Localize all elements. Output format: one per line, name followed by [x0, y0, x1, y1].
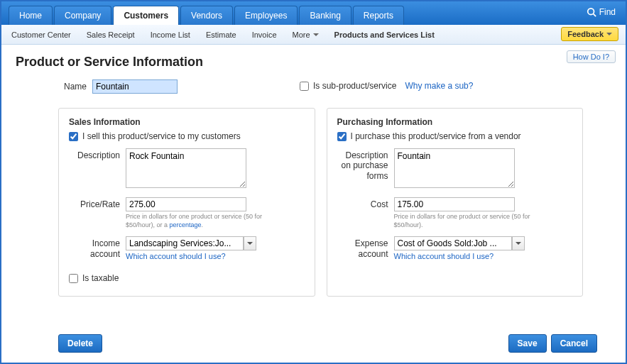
- subnav-invoice[interactable]: Invoice: [252, 28, 277, 42]
- why-make-sub-link[interactable]: Why make a sub?: [405, 81, 473, 91]
- top-nav: Home Company Customers Vendors Employees…: [1, 1, 626, 25]
- purchase-checkbox-label: I purchase this product/service from a v…: [351, 131, 521, 141]
- sales-panel: Sales Information I sell this product/se…: [58, 108, 315, 297]
- taxable-label: Is taxable: [82, 273, 119, 283]
- cost-label: Cost: [337, 197, 388, 229]
- expense-account-help-link[interactable]: Which account should I use?: [394, 252, 573, 260]
- income-account-help-link[interactable]: Which account should I use?: [126, 252, 305, 260]
- tab-reports[interactable]: Reports: [353, 6, 404, 25]
- sub-product-label: Is sub-product/service: [313, 81, 396, 91]
- sales-description-label: Description: [69, 148, 120, 190]
- name-label: Name: [58, 82, 87, 92]
- delete-button[interactable]: Delete: [58, 334, 102, 353]
- tab-home[interactable]: Home: [9, 6, 53, 25]
- sub-nav: Customer Center Sales Receipt Income Lis…: [1, 25, 626, 45]
- tab-company[interactable]: Company: [54, 6, 111, 25]
- find-label: Find: [599, 7, 616, 17]
- income-account-label: Income account: [69, 236, 120, 260]
- cancel-button[interactable]: Cancel: [551, 334, 597, 353]
- taxable-checkbox[interactable]: [69, 274, 78, 283]
- sell-checkbox[interactable]: [69, 132, 78, 141]
- purchase-description-label: Description on purchase forms: [337, 148, 388, 190]
- search-icon: [587, 7, 596, 17]
- tab-employees[interactable]: Employees: [234, 6, 298, 25]
- subnav-sales-receipt[interactable]: Sales Receipt: [87, 28, 135, 42]
- price-input[interactable]: [126, 197, 246, 211]
- subnav-income-list[interactable]: Income List: [151, 28, 190, 42]
- tab-banking[interactable]: Banking: [299, 6, 351, 25]
- purchasing-panel: Purchasing Information I purchase this p…: [327, 108, 584, 297]
- svg-point-0: [587, 9, 594, 15]
- sub-product-checkbox[interactable]: [300, 82, 309, 91]
- save-button[interactable]: Save: [508, 334, 547, 353]
- name-input[interactable]: [92, 79, 178, 94]
- content-area: How Do I? Product or Service Information…: [1, 45, 626, 297]
- price-hint: Price in dollars for one product or serv…: [126, 213, 268, 229]
- cost-hint: Price in dollars for one product or serv…: [394, 213, 536, 229]
- tab-customers[interactable]: Customers: [113, 6, 179, 25]
- purchasing-panel-title: Purchasing Information: [337, 117, 573, 127]
- expense-account-select[interactable]: [394, 236, 512, 250]
- subnav-more[interactable]: More: [293, 28, 319, 42]
- feedback-button[interactable]: Feedback: [561, 27, 618, 41]
- subnav-estimate[interactable]: Estimate: [206, 28, 236, 42]
- sales-panel-title: Sales Information: [69, 117, 305, 127]
- purchase-description-textarea[interactable]: [394, 148, 515, 188]
- sales-description-textarea[interactable]: [126, 148, 246, 188]
- footer: Delete Save Cancel: [1, 334, 626, 353]
- subnav-products-services[interactable]: Products and Services List: [334, 28, 435, 42]
- percentage-link[interactable]: percentage: [170, 221, 202, 228]
- income-account-dropdown-btn[interactable]: [244, 236, 256, 250]
- cost-input[interactable]: [394, 197, 515, 211]
- income-account-select[interactable]: [126, 236, 244, 250]
- subnav-customer-center[interactable]: Customer Center: [11, 28, 71, 42]
- tab-vendors[interactable]: Vendors: [180, 6, 233, 25]
- sell-checkbox-label: I sell this product/service to my custom…: [82, 131, 241, 141]
- sub-product-row: Is sub-product/service Why make a sub?: [300, 81, 611, 91]
- page-title: Product or Service Information: [16, 55, 611, 70]
- purchase-checkbox[interactable]: [337, 132, 347, 141]
- price-label: Price/Rate: [69, 197, 120, 229]
- how-do-i-button[interactable]: How Do I?: [567, 50, 616, 63]
- svg-line-1: [593, 14, 596, 17]
- expense-account-label: Expense account: [337, 236, 388, 260]
- expense-account-dropdown-btn[interactable]: [512, 236, 525, 250]
- find-button[interactable]: Find: [587, 7, 616, 17]
